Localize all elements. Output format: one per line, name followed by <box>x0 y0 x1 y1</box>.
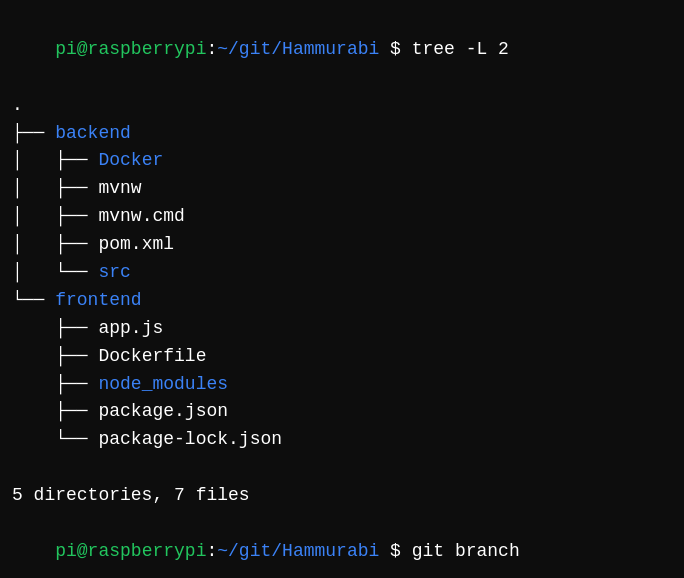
tree-item-package-json: ├── package.json <box>12 398 672 426</box>
tree-root: . <box>12 92 672 120</box>
user-host-2: pi@raspberrypi <box>55 541 206 561</box>
tree-item-appjs: ├── app.js <box>12 315 672 343</box>
command-2: git branch <box>412 541 520 561</box>
summary-line: 5 directories, 7 files <box>12 482 672 510</box>
tree-item-dockerfile: ├── Dockerfile <box>12 343 672 371</box>
path-2: ~/git/Hammurabi <box>217 541 379 561</box>
tree-item-mvnw: │ ├── mvnw <box>12 175 672 203</box>
tree-item-frontend: └── frontend <box>12 287 672 315</box>
command-1: tree -L 2 <box>412 39 509 59</box>
prompt-line-2: pi@raspberrypi:~/git/Hammurabi $ git bra… <box>12 510 672 578</box>
user-host-1: pi@raspberrypi <box>55 39 206 59</box>
path-1: ~/git/Hammurabi <box>217 39 379 59</box>
terminal: pi@raspberrypi:~/git/Hammurabi $ tree -L… <box>12 8 672 570</box>
tree-output: . ├── backend │ ├── Docker │ ├── mvnw │ … <box>12 92 672 455</box>
tree-item-mvnw-cmd: │ ├── mvnw.cmd <box>12 203 672 231</box>
tree-item-pom: │ ├── pom.xml <box>12 231 672 259</box>
prompt-line-1: pi@raspberrypi:~/git/Hammurabi $ tree -L… <box>12 8 672 92</box>
empty-line-1 <box>12 454 672 482</box>
tree-item-docker: │ ├── Docker <box>12 147 672 175</box>
tree-item-backend: ├── backend <box>12 120 672 148</box>
tree-item-package-lock: └── package-lock.json <box>12 426 672 454</box>
tree-item-src: │ └── src <box>12 259 672 287</box>
tree-item-node-modules: ├── node_modules <box>12 371 672 399</box>
